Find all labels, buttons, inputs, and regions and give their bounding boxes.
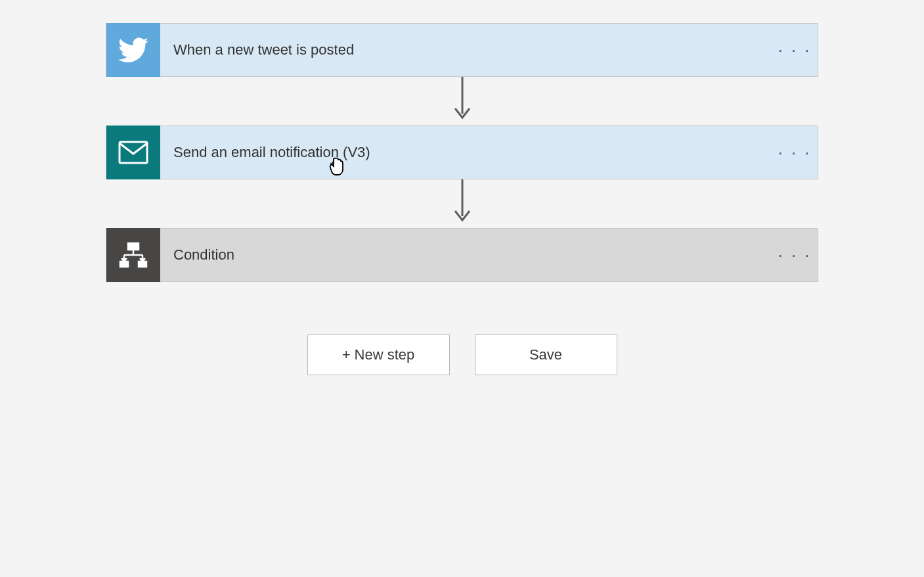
arrow-connector-1 bbox=[452, 77, 473, 126]
step-email-title: Send an email notification (V3) bbox=[160, 144, 772, 161]
condition-icon bbox=[106, 228, 160, 282]
mail-icon bbox=[106, 126, 160, 179]
new-step-button[interactable]: + New step bbox=[307, 335, 450, 375]
save-button[interactable]: Save bbox=[475, 335, 617, 375]
svg-rect-8 bbox=[120, 262, 128, 267]
step-condition-menu[interactable]: · · · bbox=[772, 228, 818, 282]
svg-rect-9 bbox=[139, 262, 146, 267]
step-condition[interactable]: Condition · · · bbox=[106, 228, 818, 282]
svg-rect-3 bbox=[128, 243, 139, 250]
step-twitter-menu[interactable]: · · · bbox=[772, 23, 818, 77]
step-email-menu[interactable]: · · · bbox=[772, 126, 818, 179]
step-condition-title: Condition bbox=[160, 246, 772, 264]
twitter-icon bbox=[106, 23, 160, 77]
step-email-notification[interactable]: Send an email notification (V3) · · · bbox=[106, 126, 818, 179]
step-twitter-title: When a new tweet is posted bbox=[160, 41, 772, 58]
flow-container: When a new tweet is posted · · · Send an… bbox=[106, 23, 818, 375]
svg-rect-1 bbox=[120, 142, 147, 163]
arrow-connector-2 bbox=[452, 179, 473, 228]
step-twitter-trigger[interactable]: When a new tweet is posted · · · bbox=[106, 23, 818, 77]
button-row: + New step Save bbox=[307, 335, 617, 375]
